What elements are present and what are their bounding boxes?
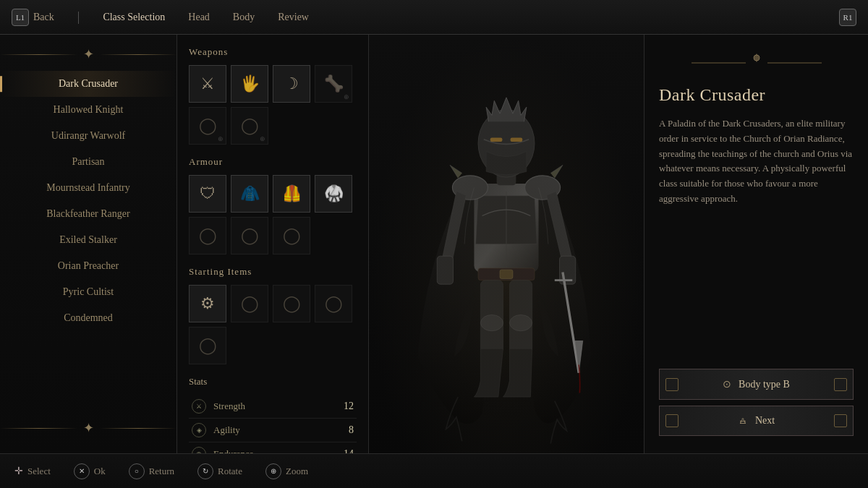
sidebar-item-orian-preacher[interactable]: Orian Preacher	[0, 253, 176, 279]
armour-slot-3[interactable]: 🦺	[273, 175, 310, 213]
sidebar-ornament-bottom: ✦	[0, 420, 176, 445]
character-view	[369, 35, 644, 453]
select-hint: ✛ Select	[14, 465, 51, 477]
weapon-slot-4[interactable]: 🦴 ⊕	[315, 65, 352, 103]
weapon-slot-3[interactable]: ☽	[273, 65, 310, 103]
starting-item-5[interactable]: ◯	[189, 327, 226, 364]
sidebar-ornament-top: ✦	[0, 46, 176, 62]
main-container: ✦ Dark CrusaderHallowed KnightUdirangr W…	[0, 35, 868, 453]
stats-section: Stats ⚔ Strength 12 ◈ Agility 8 ◉ Endura…	[189, 376, 357, 453]
return-circle-icon: ○	[129, 463, 145, 479]
next-button[interactable]: 🜁 Next	[659, 406, 854, 436]
stat-icon-agility: ◈	[192, 423, 206, 437]
r1-button-icon: R1	[839, 9, 856, 26]
zoom-hint: ⊕ Zoom	[265, 463, 308, 479]
weapon-slot-5[interactable]: ◯ ⊕	[189, 107, 226, 145]
body-type-icon: ⊙	[723, 378, 731, 390]
starting-items-title: Starting Items	[189, 266, 357, 278]
ok-label: Ok	[94, 466, 106, 477]
review-tab[interactable]: Review	[278, 12, 309, 23]
sidebar-item-hallowed-knight[interactable]: Hallowed Knight	[0, 97, 176, 123]
stats-title: Stats	[189, 376, 357, 388]
starting-item-3[interactable]: ◯	[273, 285, 310, 322]
weapon-slot-2[interactable]: 🖐	[231, 65, 268, 103]
weapons-grid: ⚔ 🖐 ☽ 🦴 ⊕ ◯ ⊕ ◯ ⊕	[189, 65, 357, 145]
back-label: Back	[33, 12, 54, 23]
armour-icon-3: 🦺	[282, 184, 302, 203]
ok-hint: ✕ Ok	[74, 463, 106, 479]
starting-item-4[interactable]: ◯	[315, 285, 352, 322]
ok-circle-icon: ✕	[74, 463, 90, 479]
sidebar: ✦ Dark CrusaderHallowed KnightUdirangr W…	[0, 35, 177, 453]
body-tab[interactable]: Body	[233, 12, 255, 23]
weapons-title: Weapons	[189, 46, 357, 58]
starting-icon-4: ◯	[325, 294, 343, 313]
sidebar-item-condemned[interactable]: Condemned	[0, 305, 176, 331]
action-buttons: ⊙ Body type B 🜁 Next	[659, 369, 854, 436]
rotate-hint: ↻ Rotate	[197, 463, 242, 479]
armour-icon-7: ◯	[283, 226, 301, 245]
bottom-bar: ✛ Select ✕ Ok ○ Return ↻ Rotate ⊕ Zoom	[0, 453, 868, 488]
return-hint: ○ Return	[129, 463, 174, 479]
armour-slot-7[interactable]: ◯	[273, 217, 310, 254]
starting-icon-3: ◯	[283, 294, 301, 313]
weapon-slot-6[interactable]: ◯ ⊕	[231, 107, 268, 145]
rotate-icon: ↻	[197, 463, 213, 479]
sidebar-item-partisan[interactable]: Partisan	[0, 149, 176, 175]
sidebar-item-dark-crusader[interactable]: Dark Crusader	[0, 71, 176, 97]
stat-icon-endurance: ◉	[192, 447, 206, 453]
rotate-label: Rotate	[218, 466, 242, 477]
stat-value-strength: 12	[336, 401, 354, 412]
info-panel: Dark Crusader A Paladin of the Dark Crus…	[644, 35, 868, 453]
stat-row-strength: ⚔ Strength 12	[189, 395, 357, 419]
class-description: A Paladin of the Dark Crusaders, an elit…	[659, 116, 854, 369]
starting-icon-5: ◯	[199, 336, 217, 355]
nav-divider: |	[77, 9, 80, 25]
starting-icon-2: ◯	[241, 294, 259, 313]
stat-name-endurance: Endurance	[213, 448, 336, 453]
armour-icon-6: ◯	[241, 226, 259, 245]
zoom-icon: ⊕	[265, 463, 281, 479]
armour-icon-4: 🥋	[324, 184, 344, 203]
weapon-icon-2: 🖐	[240, 74, 260, 93]
armour-title: Armour	[189, 156, 357, 168]
weapon-slot-1[interactable]: ⚔	[189, 65, 226, 103]
sidebar-item-exiled-stalker[interactable]: Exiled Stalker	[0, 227, 176, 253]
class-selection-tab[interactable]: Class Selection	[103, 12, 165, 23]
sidebar-item-blackfeather-ranger[interactable]: Blackfeather Ranger	[0, 201, 176, 227]
armour-slot-1[interactable]: 🛡	[189, 175, 226, 213]
armour-icon-2: 🧥	[240, 184, 260, 203]
armour-grid: 🛡 🧥 🦺 🥋 ◯ ◯ ◯	[189, 175, 357, 254]
next-label: Next	[755, 415, 775, 427]
top-nav: L1 Back | Class Selection Head Body Revi…	[0, 0, 868, 35]
stat-name-agility: Agility	[213, 424, 336, 436]
center-panel: Weapons ⚔ 🖐 ☽ 🦴 ⊕ ◯ ⊕ ◯ ⊕ A	[177, 35, 369, 453]
stat-value-agility: 8	[336, 424, 354, 436]
zoom-label: Zoom	[286, 466, 308, 477]
stat-name-strength: Strength	[213, 401, 336, 412]
armour-slot-6[interactable]: ◯	[231, 217, 268, 254]
stat-row-endurance: ◉ Endurance 14	[189, 442, 357, 453]
sidebar-item-pyric-cultist[interactable]: Pyric Cultist	[0, 279, 176, 305]
sidebar-item-mournstead-infantry[interactable]: Mournstead Infantry	[0, 175, 176, 201]
weapon-icon-5: ◯	[199, 116, 217, 135]
armour-slot-4[interactable]: 🥋	[315, 175, 352, 213]
armour-icon-5: ◯	[199, 226, 217, 245]
head-tab[interactable]: Head	[188, 12, 210, 23]
character-bg	[369, 35, 644, 453]
return-label: Return	[149, 466, 174, 477]
body-type-button[interactable]: ⊙ Body type B	[659, 369, 854, 400]
armour-icon-1: 🛡	[200, 184, 216, 203]
armour-slot-2[interactable]: 🧥	[231, 175, 268, 213]
starting-items-grid: ⚙ ◯ ◯ ◯ ◯	[189, 285, 357, 364]
weapon-icon-1: ⚔	[200, 74, 215, 93]
next-icon: 🜁	[738, 415, 748, 427]
back-button[interactable]: L1 Back	[12, 9, 54, 26]
select-label: Select	[27, 466, 51, 477]
starting-item-2[interactable]: ◯	[231, 285, 268, 322]
r1-button[interactable]: R1	[839, 9, 856, 26]
starting-item-1[interactable]: ⚙	[189, 285, 226, 322]
sidebar-item-udirangr-warwolf[interactable]: Udirangr Warwolf	[0, 123, 176, 149]
armour-slot-5[interactable]: ◯	[189, 217, 226, 254]
starting-icon-1: ⚙	[200, 294, 215, 313]
